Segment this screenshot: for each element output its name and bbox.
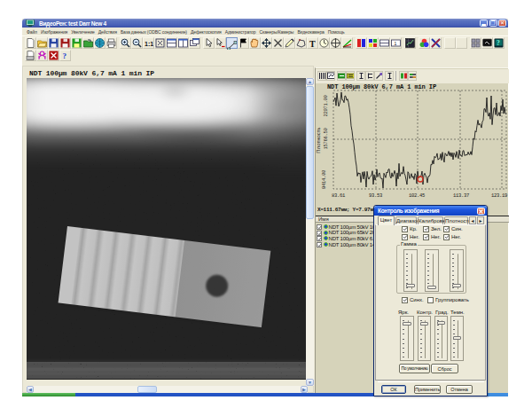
svg-text:?: ? [497,39,500,47]
svg-text:?: ? [63,51,67,60]
svg-text:1:1: 1:1 [145,41,153,47]
svg-text:T: T [309,39,316,49]
svg-text:1: 1 [395,41,397,46]
